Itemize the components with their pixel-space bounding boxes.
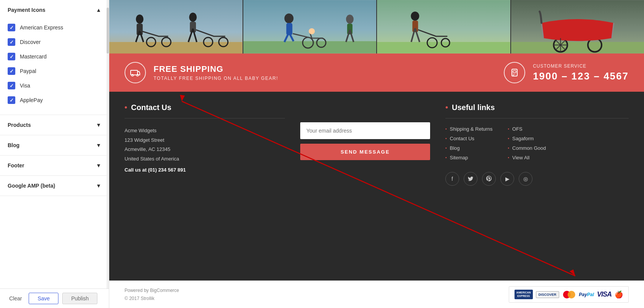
checkbox-discover-box[interactable] xyxy=(8,38,15,46)
payment-icons-header[interactable]: Payment Icons ▲ xyxy=(0,0,109,20)
customer-service-info: CUSTOMER SERVICE 1900 – 123 – 4567 xyxy=(504,62,629,83)
checkbox-discover[interactable]: Discover xyxy=(8,38,101,46)
pinterest-icon[interactable] xyxy=(482,172,496,186)
chevron-up-icon: ▲ xyxy=(96,7,101,13)
checkbox-visa-box[interactable] xyxy=(8,82,15,89)
svg-rect-24 xyxy=(347,24,352,34)
svg-rect-47 xyxy=(513,71,516,73)
link-contact[interactable]: Contact Us xyxy=(445,136,493,141)
checkbox-applepay-label: ApplePay xyxy=(20,97,43,103)
svg-point-23 xyxy=(346,15,353,24)
scrollbar-track xyxy=(107,0,109,308)
checkbox-paypal[interactable]: Paypal xyxy=(8,67,101,75)
checkbox-paypal-box[interactable] xyxy=(8,67,15,75)
products-title: Products xyxy=(8,122,31,128)
google-amp-section: Google AMP (beta) ▼ xyxy=(0,176,109,196)
checkbox-amex-label: American Express xyxy=(20,24,63,31)
footer-title: Footer xyxy=(8,162,24,169)
svg-rect-1 xyxy=(109,42,243,53)
customer-service-text: CUSTOMER SERVICE 1900 – 123 – 4567 xyxy=(533,63,629,82)
contact-title: Contact Us xyxy=(125,103,285,112)
blog-title: Blog xyxy=(8,142,19,148)
chevron-down-products-icon: ▼ xyxy=(96,122,101,128)
shipping-subtitle: TOTALLY FREE SHIPPING ON ALL BABY GEAR! xyxy=(154,76,278,81)
discover-icon: DISCOVER xyxy=(536,291,559,298)
footer-header[interactable]: Footer ▼ xyxy=(0,156,109,175)
shipping-title: FREE SHIPPING xyxy=(154,64,278,74)
link-common-good[interactable]: Common Good xyxy=(508,145,546,151)
address-line2: Acmeville, AC 12345 xyxy=(125,145,285,154)
hero-image-2 xyxy=(243,0,377,53)
blog-header[interactable]: Blog ▼ xyxy=(0,135,109,155)
link-sitemap[interactable]: Sitemap xyxy=(445,155,493,160)
social-icons: f ▶ ◎ xyxy=(445,172,629,186)
link-sagaform[interactable]: Sagaform xyxy=(508,136,546,141)
mastercard-icon xyxy=(562,290,576,299)
link-ofs[interactable]: OFS xyxy=(508,126,546,132)
twitter-icon[interactable] xyxy=(464,172,477,186)
shipping-icon xyxy=(125,62,146,83)
footer-columns: Contact Us Acme Widgets 123 Widget Stree… xyxy=(125,103,629,280)
visa-icon: VISA xyxy=(597,290,612,298)
checkbox-visa[interactable]: Visa xyxy=(8,82,101,89)
instagram-icon[interactable]: ◎ xyxy=(519,172,532,186)
service-label: CUSTOMER SERVICE xyxy=(533,63,629,69)
checkbox-discover-label: Discover xyxy=(20,39,40,45)
link-view-all[interactable]: View All xyxy=(508,155,546,160)
link-shipping[interactable]: Shipping & Returns xyxy=(445,126,493,132)
chevron-down-footer-icon: ▼ xyxy=(96,162,101,169)
payment-icons-body: American Express Discover Mastercard Pay… xyxy=(0,20,109,115)
svg-rect-3 xyxy=(137,24,143,35)
products-section: Products ▼ xyxy=(0,115,109,135)
company-name: Acme Widgets xyxy=(125,126,285,136)
footer-section: Footer ▼ xyxy=(0,156,109,176)
contact-column: Contact Us Acme Widgets 123 Widget Stree… xyxy=(125,103,285,280)
footer-bottom-bar: Powered by BigCommerce © 2017 Strollik A… xyxy=(109,280,644,308)
checkbox-paypal-label: Paypal xyxy=(20,68,36,74)
hero-image-1 xyxy=(109,0,243,53)
checkbox-mastercard-box[interactable] xyxy=(8,53,15,60)
hero-strip xyxy=(109,0,644,53)
paypal-icon: PayPal xyxy=(579,292,594,297)
checkbox-amex-box[interactable] xyxy=(8,24,15,31)
google-amp-header[interactable]: Google AMP (beta) ▼ xyxy=(0,176,109,196)
powered-by: Powered by BigCommerce xyxy=(125,287,179,294)
youtube-icon[interactable]: ▶ xyxy=(500,172,514,186)
shipping-info: FREE SHIPPING TOTALLY FREE SHIPPING ON A… xyxy=(125,62,278,83)
facebook-icon[interactable]: f xyxy=(445,172,459,186)
sidebar: Payment Icons ▲ American Express Discove… xyxy=(0,0,109,308)
hero-image-4 xyxy=(511,0,644,53)
chevron-down-blog-icon: ▼ xyxy=(96,142,101,148)
svg-rect-43 xyxy=(131,70,138,75)
clear-button[interactable]: Clear xyxy=(6,293,25,304)
publish-button[interactable]: Publish xyxy=(62,293,97,304)
useful-links-column: Useful links Shipping & Returns Contact … xyxy=(445,103,629,280)
address-line3: United States of America xyxy=(125,154,285,164)
svg-point-2 xyxy=(136,15,144,24)
useful-links-cols: Shipping & Returns Contact Us Blog Sitem… xyxy=(445,126,629,164)
svg-rect-36 xyxy=(511,42,644,53)
checkbox-mastercard-label: Mastercard xyxy=(20,53,47,60)
scrollbar-thumb[interactable] xyxy=(107,8,109,53)
sidebar-footer-buttons: Clear Save Publish xyxy=(0,289,109,308)
contact-address: Acme Widgets 123 Widget Street Acmeville… xyxy=(125,126,285,175)
checkbox-applepay-box[interactable] xyxy=(8,96,15,104)
svg-point-29 xyxy=(411,11,419,21)
email-input[interactable] xyxy=(300,122,430,139)
chevron-down-amp-icon: ▼ xyxy=(96,183,101,189)
checkbox-amex[interactable]: American Express xyxy=(8,24,101,31)
shipping-text: FREE SHIPPING TOTALLY FREE SHIPPING ON A… xyxy=(154,64,278,81)
link-blog[interactable]: Blog xyxy=(445,145,493,151)
save-button[interactable]: Save xyxy=(29,293,58,304)
svg-rect-28 xyxy=(377,42,510,53)
checkbox-mastercard[interactable]: Mastercard xyxy=(8,53,101,60)
hero-image-3 xyxy=(377,0,511,53)
phone-icon xyxy=(504,62,525,83)
blog-section: Blog ▼ xyxy=(0,135,109,156)
useful-links-divider xyxy=(445,118,629,118)
payment-icons-footer: AMERICANEXPRESS DISCOVER PayPal VISA 🍎 xyxy=(509,286,629,303)
send-message-button[interactable]: SEND MESSAGE xyxy=(300,144,430,160)
checkbox-applepay[interactable]: ApplePay xyxy=(8,96,101,104)
products-header[interactable]: Products ▼ xyxy=(0,115,109,135)
copyright: © 2017 Strollik xyxy=(125,295,179,302)
